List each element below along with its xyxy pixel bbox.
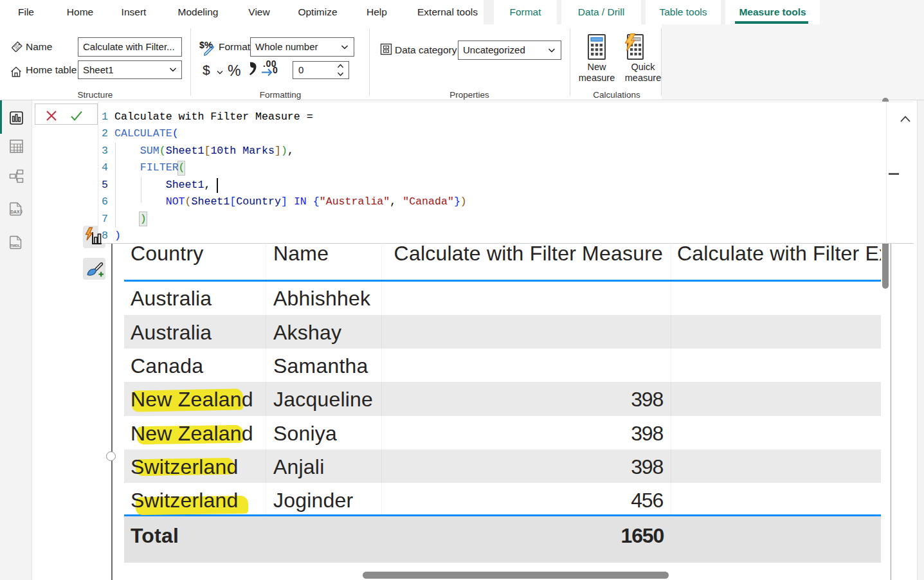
svg-text:TMDL: TMDL [10,244,21,248]
svg-text:DAX: DAX [10,210,20,214]
